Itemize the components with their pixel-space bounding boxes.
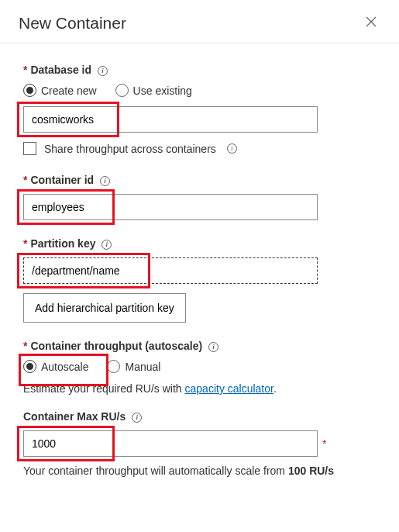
container-id-input[interactable]	[23, 194, 318, 220]
partition-key-input[interactable]	[23, 257, 318, 284]
database-id-label: *Database id i	[23, 64, 376, 76]
close-icon	[365, 16, 377, 31]
throughput-mode-radio-group: Autoscale Manual	[23, 360, 376, 373]
radio-icon	[23, 84, 36, 97]
info-icon[interactable]: i	[98, 66, 108, 76]
container-max-ru-input[interactable]	[23, 430, 318, 457]
container-id-label: *Container id i	[23, 174, 376, 186]
throughput-group: *Container throughput (autoscale) i Auto…	[23, 340, 376, 477]
autoscale-radio[interactable]: Autoscale	[23, 360, 88, 373]
info-icon[interactable]: i	[101, 240, 112, 250]
add-hierarchical-partition-button[interactable]: Add hierarchical partition key	[23, 293, 186, 323]
database-id-input[interactable]	[23, 106, 318, 133]
info-icon[interactable]: i	[132, 413, 142, 423]
throughput-label: *Container throughput (autoscale) i	[23, 340, 376, 352]
radio-icon	[23, 360, 36, 373]
share-throughput-row: Share throughput across containers i	[23, 142, 376, 155]
share-throughput-label: Share throughput across containers	[44, 143, 216, 155]
close-button[interactable]	[362, 12, 380, 33]
info-icon[interactable]: i	[208, 342, 218, 352]
capacity-calculator-link[interactable]: capacity calculator	[185, 382, 273, 395]
ru-footnote: Your container throughput will automatic…	[23, 465, 376, 477]
database-mode-radio-group: Create new Use existing	[23, 84, 376, 97]
share-throughput-checkbox[interactable]	[23, 142, 36, 155]
radio-icon	[115, 84, 129, 97]
info-icon[interactable]: i	[227, 143, 237, 154]
required-indicator: *	[322, 437, 326, 450]
database-id-group: *Database id i Create new Use existing S…	[23, 64, 376, 155]
radio-icon	[107, 360, 120, 373]
create-new-radio[interactable]: Create new	[23, 84, 97, 97]
partition-key-group: *Partition key i Add hierarchical partit…	[23, 237, 376, 323]
panel-title: New Container	[19, 14, 126, 33]
use-existing-radio[interactable]: Use existing	[115, 84, 192, 97]
container-id-group: *Container id i	[23, 174, 376, 220]
panel-body: *Database id i Create new Use existing S…	[0, 43, 399, 477]
partition-key-label: *Partition key i	[23, 237, 376, 250]
container-max-ru-label: Container Max RU/s i	[23, 410, 376, 423]
manual-radio[interactable]: Manual	[107, 360, 160, 373]
panel-header: New Container	[0, 0, 399, 43]
info-icon[interactable]: i	[100, 176, 110, 186]
